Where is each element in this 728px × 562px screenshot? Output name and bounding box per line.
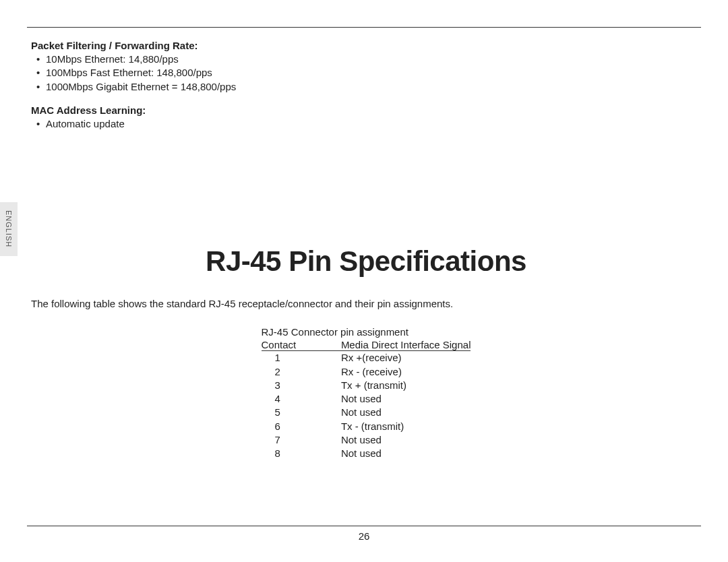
packet-heading: Packet Filtering / Forwarding Rate: xyxy=(31,40,701,51)
cell-signal: Not used xyxy=(341,447,471,460)
table-wrap: RJ-45 Connector pin assignment Contact M… xyxy=(31,325,701,460)
bottom-rule xyxy=(27,526,701,526)
cell-contact: 5 xyxy=(262,406,341,419)
pin-table: RJ-45 Connector pin assignment Contact M… xyxy=(262,325,471,460)
cell-signal: Not used xyxy=(341,392,471,406)
cell-contact: 6 xyxy=(262,420,341,433)
table-row: 7 Not used xyxy=(262,433,471,447)
list-item: 1000Mbps Gigabit Ethernet = 148,800/pps xyxy=(46,80,701,94)
page-number: 26 xyxy=(27,530,701,542)
language-tab: ENGLISH xyxy=(0,202,18,256)
table-row: 4 Not used xyxy=(262,392,471,406)
table-row: 3 Tx + (transmit) xyxy=(262,379,471,392)
table-header-signal: Media Direct Interface Signal xyxy=(341,339,471,351)
page-title: RJ-45 Pin Specifications xyxy=(31,245,701,278)
intro-text: The following table shows the standard R… xyxy=(31,298,701,309)
cell-signal: Not used xyxy=(341,406,471,419)
language-tab-label: ENGLISH xyxy=(5,210,13,247)
cell-signal: Tx + (transmit) xyxy=(341,379,471,392)
mac-heading: MAC Address Learning: xyxy=(31,104,701,116)
cell-contact: 3 xyxy=(262,379,341,392)
packet-list: 10Mbps Ethernet: 14,880/pps 100Mbps Fast… xyxy=(31,53,701,94)
table-row: 2 Rx - (receive) xyxy=(262,365,471,379)
cell-signal: Not used xyxy=(341,433,471,447)
list-item: 100Mbps Fast Ethernet: 148,800/pps xyxy=(46,66,701,80)
footer: 26 xyxy=(27,526,701,542)
cell-contact: 2 xyxy=(262,365,341,379)
table-row: 1 Rx +(receive) xyxy=(262,351,471,365)
cell-contact: 8 xyxy=(262,447,341,460)
cell-contact: 1 xyxy=(262,351,341,365)
table-caption: RJ-45 Connector pin assignment xyxy=(262,325,471,339)
content: Packet Filtering / Forwarding Rate: 10Mb… xyxy=(27,40,701,460)
table-row: 6 Tx - (transmit) xyxy=(262,420,471,433)
list-item: Automatic update xyxy=(46,117,701,131)
cell-contact: 4 xyxy=(262,392,341,406)
table-row: 5 Not used xyxy=(262,406,471,419)
cell-contact: 7 xyxy=(262,433,341,447)
list-item: 10Mbps Ethernet: 14,880/pps xyxy=(46,53,701,66)
top-rule xyxy=(27,27,701,28)
cell-signal: Rx +(receive) xyxy=(341,351,471,365)
table-row: 8 Not used xyxy=(262,447,471,460)
cell-signal: Tx - (transmit) xyxy=(341,420,471,433)
table-header-contact: Contact xyxy=(262,339,341,351)
mac-list: Automatic update xyxy=(31,117,701,131)
cell-signal: Rx - (receive) xyxy=(341,365,471,379)
